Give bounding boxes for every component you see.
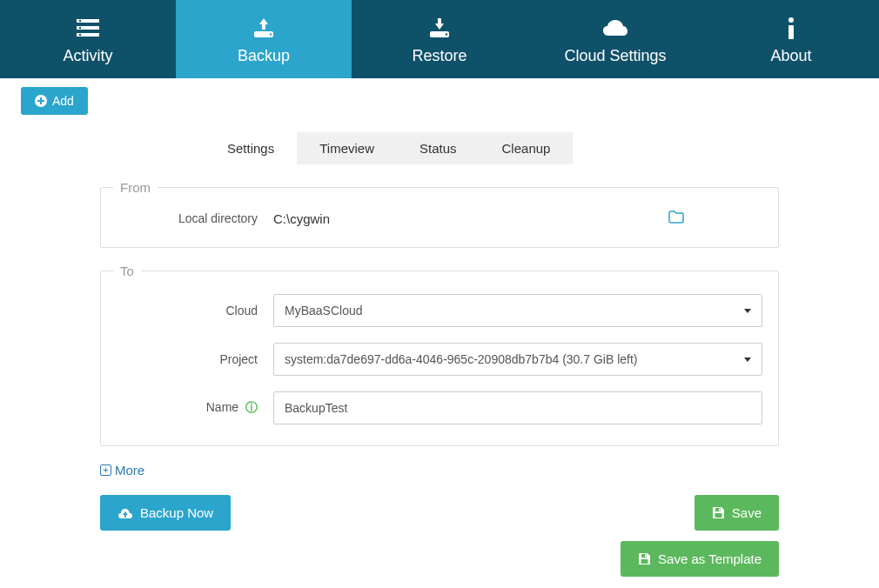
subtabs: Settings Timeview Status Cleanup bbox=[205, 132, 779, 164]
from-legend: From bbox=[113, 180, 158, 195]
cloud-upload-icon bbox=[117, 507, 133, 519]
subtab-status[interactable]: Status bbox=[397, 132, 480, 164]
restore-icon bbox=[426, 14, 453, 42]
svg-rect-19 bbox=[645, 555, 647, 558]
svg-point-4 bbox=[79, 26, 81, 28]
chevron-down-icon bbox=[744, 309, 751, 313]
more-toggle[interactable]: + More bbox=[100, 463, 144, 478]
local-directory-label: Local directory bbox=[117, 211, 273, 225]
add-button[interactable]: Add bbox=[21, 87, 88, 115]
more-label: More bbox=[115, 463, 144, 478]
svg-point-10 bbox=[788, 17, 794, 23]
nav-restore[interactable]: Restore bbox=[352, 0, 527, 78]
backup-icon bbox=[250, 14, 278, 42]
browse-folder-button[interactable] bbox=[668, 210, 684, 226]
nav-label: Cloud Settings bbox=[564, 47, 666, 65]
nav-label: Activity bbox=[63, 47, 112, 65]
nav-about[interactable]: About bbox=[703, 0, 879, 78]
svg-point-9 bbox=[446, 33, 447, 35]
svg-rect-20 bbox=[641, 559, 648, 564]
main-content: Settings Timeview Status Cleanup From Lo… bbox=[100, 132, 779, 577]
nav-backup[interactable]: Backup bbox=[176, 0, 352, 78]
svg-rect-11 bbox=[788, 25, 794, 39]
svg-point-7 bbox=[270, 33, 272, 35]
action-row: Backup Now Save Save as Template bbox=[100, 495, 779, 577]
nav-label: About bbox=[770, 47, 811, 65]
cloud-icon bbox=[601, 14, 629, 42]
cloud-select-value: MyBaaSCloud bbox=[285, 304, 363, 317]
subtab-timeview[interactable]: Timeview bbox=[297, 132, 397, 164]
from-panel: From Local directory C:\cygwin bbox=[100, 180, 779, 248]
subtab-cleanup[interactable]: Cleanup bbox=[480, 132, 574, 164]
save-button[interactable]: Save bbox=[694, 495, 779, 531]
local-directory-value: C:\cygwin bbox=[273, 211, 330, 226]
nav-label: Restore bbox=[412, 47, 466, 65]
save-as-template-button[interactable]: Save as Template bbox=[621, 541, 779, 577]
chevron-down-icon bbox=[744, 357, 751, 362]
nav-label: Backup bbox=[238, 47, 290, 65]
backup-now-label: Backup Now bbox=[140, 505, 213, 520]
svg-rect-14 bbox=[37, 100, 44, 102]
info-icon[interactable]: ⓘ bbox=[245, 400, 258, 414]
nav-activity[interactable]: Activity bbox=[0, 0, 176, 78]
cloud-select[interactable]: MyBaaSCloud bbox=[273, 294, 762, 327]
backup-now-button[interactable]: Backup Now bbox=[100, 495, 231, 531]
to-panel: To Cloud MyBaaSCloud Project system:da7d… bbox=[100, 264, 779, 446]
project-select-value: system:da7de697-dd6a-4046-965c-20908db7b… bbox=[285, 352, 638, 366]
svg-point-3 bbox=[79, 19, 81, 21]
svg-rect-16 bbox=[719, 509, 721, 511]
save-label: Save bbox=[732, 505, 762, 520]
save-as-template-label: Save as Template bbox=[658, 551, 762, 566]
name-label: Name ⓘ bbox=[117, 400, 273, 416]
folder-icon bbox=[668, 210, 684, 224]
about-icon bbox=[777, 14, 805, 42]
save-icon bbox=[712, 506, 725, 519]
add-row: Add bbox=[0, 78, 879, 115]
plus-circle-icon bbox=[35, 95, 47, 107]
plus-box-icon: + bbox=[100, 464, 111, 476]
name-input[interactable] bbox=[273, 391, 762, 424]
activity-icon bbox=[74, 14, 102, 42]
to-legend: To bbox=[113, 264, 141, 278]
svg-point-5 bbox=[79, 33, 81, 35]
cloud-label: Cloud bbox=[117, 304, 273, 317]
add-button-label: Add bbox=[52, 94, 74, 108]
top-nav: Activity Backup Restore Cloud Settings A… bbox=[0, 0, 879, 78]
save-icon bbox=[638, 552, 651, 565]
project-select[interactable]: system:da7de697-dd6a-4046-965c-20908db7b… bbox=[273, 343, 762, 376]
svg-rect-17 bbox=[715, 513, 721, 518]
subtab-settings[interactable]: Settings bbox=[205, 132, 297, 164]
nav-cloud-settings[interactable]: Cloud Settings bbox=[527, 0, 703, 78]
project-label: Project bbox=[117, 352, 273, 366]
